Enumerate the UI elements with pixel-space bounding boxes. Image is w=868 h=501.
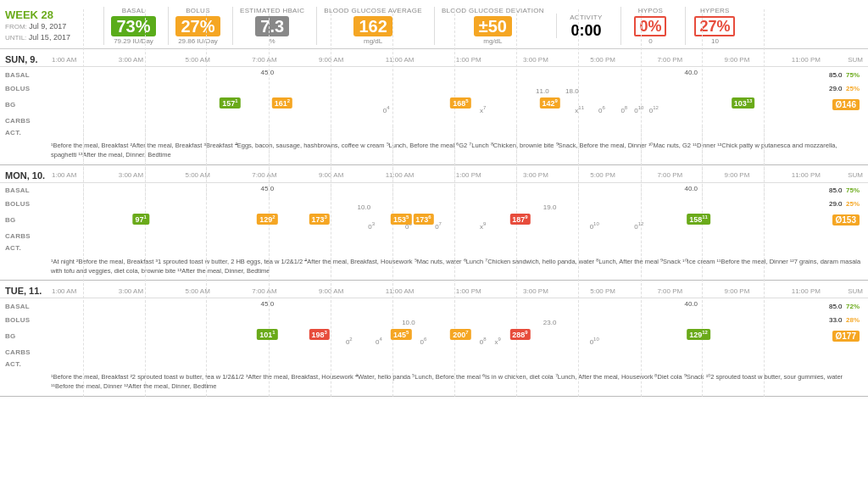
bolus-marker-12: 010 — [590, 221, 599, 231]
time-label-1: 3:00 AM — [119, 56, 143, 64]
bolus-row-0-content — [52, 82, 795, 94]
notes-0: ¹Before the meal, Breakfast ²After the m… — [0, 138, 868, 163]
time-label-5: 11:00 AM — [386, 287, 415, 295]
stat-hypers: HYPERS 27% 10 — [685, 7, 744, 45]
bg-avg: Ø146 — [832, 99, 860, 110]
stat-activity: ACTIVITY 0:00 — [556, 14, 615, 38]
stat-hypos-sub: 0 — [648, 37, 652, 45]
bolus-val-7: 18.0 — [565, 87, 579, 95]
stat-bg-avg-value: 162 — [353, 16, 392, 36]
bolus-row-1-label: BOLUS — [5, 200, 52, 208]
bg-point-13: 10313 — [732, 97, 755, 109]
time-labels-1: 1:00 AM3:00 AM5:00 AM7:00 AM9:00 AM11:00… — [52, 171, 821, 179]
bolus-row-1-content — [52, 198, 795, 210]
time-label-9: 7:00 PM — [657, 287, 682, 295]
stat-basal-title: BASAL — [122, 7, 145, 14]
stat-hypers-value: 27% — [694, 16, 735, 36]
bolus-marker-12: 012 — [649, 105, 659, 114]
basal-sum-2: 85.0 72% — [795, 303, 863, 310]
time-label-3: 7:00 AM — [252, 171, 276, 179]
time-label-11: 11:00 PM — [792, 171, 821, 179]
carbs-row-1-label: CARBS — [5, 232, 52, 240]
bg-point-0: 971 — [133, 214, 149, 225]
act-row-0-content — [52, 128, 795, 136]
days-container: SUN, 9.1:00 AM3:00 AM5:00 AM7:00 AM9:00 … — [0, 49, 868, 397]
basal-row-1-content: 45.040.0 — [52, 183, 795, 198]
time-label-7: 3:00 PM — [523, 56, 548, 64]
stat-bg-dev-value: ±50 — [474, 16, 512, 36]
bolus-marker-9: 06 — [598, 105, 605, 114]
time-label-1: 3:00 AM — [119, 171, 143, 179]
basal-row-1-label: BASAL — [5, 186, 52, 194]
time-label-6: 1:00 PM — [456, 171, 481, 179]
time-label-11: 11:00 PM — [792, 56, 821, 64]
bg-point-2: 1733 — [309, 214, 330, 225]
basal-value: 45.0 — [261, 69, 275, 76]
basal-row-2-content: 45.040.0 — [52, 298, 795, 314]
stat-bolus-value: 27% — [175, 16, 220, 36]
stat-bg-dev: BLOOD GLUCOSE DEVIATION ±50 mg/dL — [434, 7, 551, 45]
bg-row-0: BG15711612041685x711.0142918.0x110608010… — [0, 94, 868, 114]
bolus-marker-10: 08 — [620, 105, 627, 114]
time-label-10: 9:00 PM — [725, 287, 750, 295]
time-label-8: 5:00 PM — [590, 287, 615, 295]
bolus-sum-0: 29.0 25% — [795, 85, 863, 92]
stat-hba1c-sub: % — [270, 37, 275, 45]
rows-wrapper-2: BASAL45.040.085.0 72%BOLUS33.0 28%BG1011… — [0, 298, 868, 370]
bg-row-1-label: BG — [5, 216, 52, 224]
sum-label-2: SUM — [821, 287, 863, 295]
bolus-val-5: 11.0 — [536, 87, 549, 95]
time-labels-0: 1:00 AM3:00 AM5:00 AM7:00 AM9:00 AM11:00… — [52, 56, 821, 64]
bg-point-7: 2007 — [450, 329, 470, 340]
basal-row-1: BASAL45.040.085.0 75% — [0, 183, 868, 198]
bolus-marker-3: 04 — [376, 337, 382, 346]
stat-basal-sub: 79.29 IU/Day — [114, 37, 153, 45]
carbs-row-0: CARBS — [0, 114, 868, 126]
day-title-2: TUE, 11. — [5, 286, 52, 296]
bolus-row-0-label: BOLUS — [5, 85, 52, 92]
time-label-4: 9:00 AM — [319, 287, 343, 295]
bolus-sum-1: 29.0 25% — [795, 200, 863, 208]
bg-row-0-content: 15711612041685x711.0142918.0x11060801001… — [52, 94, 795, 114]
bg-point-4: 1455 — [391, 329, 411, 340]
stat-activity-title: ACTIVITY — [570, 14, 602, 21]
carbs-row-0-label: CARBS — [5, 117, 52, 125]
bg-row-2-content: 101119830204145510.006200708x9288923.001… — [52, 326, 795, 346]
act-row-0: ACT. — [0, 126, 868, 138]
bg-avg: Ø177 — [832, 331, 860, 342]
bg-row-2: BG101119830204145510.006200708x9288923.0… — [0, 326, 868, 346]
bg-row-1-content: 9711292173310.003153505173607x9187919.00… — [52, 210, 795, 231]
date-until: UNTIL: Jul 15, 2017 — [5, 32, 98, 43]
bg-point-5: 1535 — [391, 214, 411, 225]
time-label-4: 9:00 AM — [319, 56, 343, 64]
bolus-marker-2: 04 — [383, 105, 390, 114]
bg-point-1: 1612 — [272, 97, 292, 109]
bolus-marker-4: 03 — [368, 221, 375, 231]
stat-activity-value: 0:00 — [570, 23, 601, 38]
time-label-10: 9:00 PM — [725, 171, 750, 179]
date-from: FROM: Jul 9, 2017 — [5, 21, 98, 32]
bg-point-3: 1685 — [450, 97, 470, 109]
stat-hypers-title: HYPERS — [700, 7, 730, 14]
bolus-marker-4: x7 — [480, 105, 486, 114]
bolus-val-5: 10.0 — [402, 319, 415, 326]
time-label-3: 7:00 AM — [252, 56, 276, 64]
stat-bg-avg: BLOOD GLUCOSE AVERAGE 162 mg/dL — [316, 7, 429, 45]
week-info: WEEK 28 FROM: Jul 9, 2017 UNTIL: Jul 15,… — [5, 8, 98, 42]
stat-bg-dev-sub: mg/dL — [483, 37, 502, 45]
basal-row-0-content: 45.040.0 — [52, 67, 795, 82]
basal-value: 40.0 — [684, 185, 698, 192]
stat-hba1c-title: ESTIMATED HBAIC — [240, 7, 304, 14]
time-label-7: 3:00 PM — [523, 171, 548, 179]
bolus-val-11: 19.0 — [543, 203, 557, 211]
bolus-marker-2: 02 — [346, 337, 353, 346]
stat-bolus-sub: 29.86 IU/Day — [178, 37, 218, 45]
time-label-0: 1:00 AM — [52, 287, 76, 295]
stat-basal-value: 73% — [111, 16, 155, 36]
until-date: Jul 15, 2017 — [29, 33, 70, 42]
basal-value: 40.0 — [684, 300, 698, 308]
bg-sum-1: Ø153 — [795, 215, 863, 225]
bg-point-1: 1292 — [257, 214, 277, 225]
bolus-marker-9: x9 — [495, 337, 501, 346]
time-label-0: 1:00 AM — [52, 56, 76, 64]
